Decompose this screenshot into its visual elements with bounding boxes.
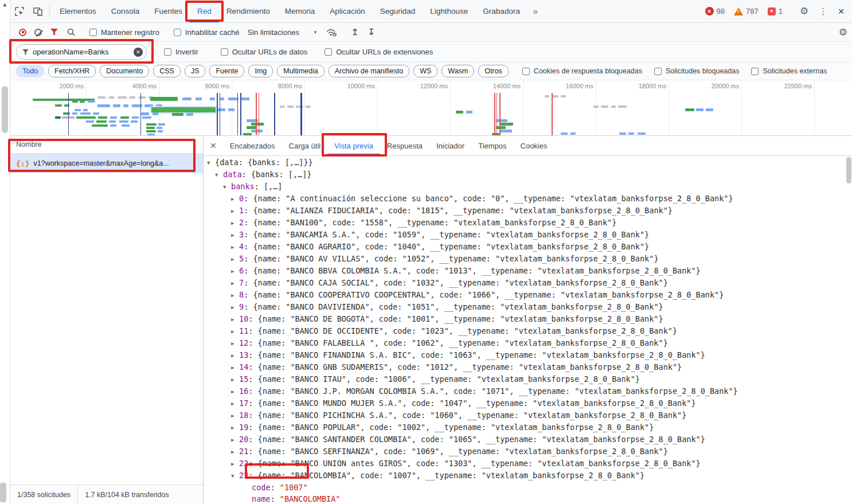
tree-data[interactable]: ▼data: {banks: [,…]} [207, 169, 852, 181]
tab-grabadora[interactable]: Grabadora [475, 0, 527, 22]
expand-arrow-icon[interactable]: ▶ [231, 278, 239, 289]
issues-badge[interactable]: ✕ 1 [764, 7, 786, 15]
chip-js[interactable]: JS [185, 65, 206, 77]
checkbox-cookies-de-respuesta-bloqueadas[interactable]: Cookies de respuesta bloqueadas [518, 67, 646, 75]
tree-bank-18[interactable]: ▶18: {name: "BANCO PICHINCHA S.A.", code… [207, 409, 852, 421]
throttling-select[interactable]: Sin limitaciones ▼ [244, 28, 321, 37]
details-tab-respuesta[interactable]: Respuesta [380, 136, 429, 155]
details-tab-encabezados[interactable]: Encabezados [223, 136, 282, 155]
more-tabs-button[interactable]: » [527, 0, 544, 22]
tree-banks[interactable]: ▼banks: [,…] [207, 181, 852, 193]
tab-consola[interactable]: Consola [104, 0, 147, 22]
invert-checkbox[interactable]: Invertir [159, 48, 203, 56]
expand-arrow-icon[interactable]: ▶ [231, 350, 239, 361]
tree-bank-20[interactable]: ▶20: {name: "BANCO SANTANDER COLOMBIA", … [207, 433, 852, 446]
record-network-log-icon[interactable] [19, 29, 26, 36]
console-errors-badge[interactable]: ✕ 98 [702, 7, 728, 15]
tree-bank-21[interactable]: ▶21: {name: "BANCO SERFINANZA", code: "1… [207, 446, 852, 458]
expand-arrow-icon[interactable]: ▶ [231, 374, 239, 385]
expand-arrow-icon[interactable]: ▶ [231, 386, 239, 397]
chip-todo[interactable]: Todo [16, 65, 44, 77]
tree-root[interactable]: ▼{data: {banks: [,…]}} [207, 157, 852, 169]
tree-bank-8[interactable]: ▶8: {name: "BANCO COOPERATIVO COOPCENTRA… [207, 289, 852, 301]
tree-bank-11[interactable]: ▶11: {name: "BANCO DE OCCIDENTE", code: … [207, 325, 852, 337]
filter-input[interactable]: operationName=Banks ✕ [16, 44, 147, 60]
expand-arrow-icon[interactable]: ▶ [231, 422, 239, 433]
checkbox-solicitudes-externas[interactable]: Solicitudes externas [747, 67, 831, 75]
scrollbar-thumb-bottom[interactable] [0, 483, 6, 502]
expand-arrow-icon[interactable]: ▶ [231, 217, 239, 229]
collapse-arrow-icon[interactable]: ▼ [223, 181, 231, 193]
chip-img[interactable]: Img [248, 65, 273, 77]
tree-bank-6[interactable]: ▶6: {name: "BANCO BBVA COLOMBIA S.A.", c… [207, 265, 852, 277]
import-har-icon[interactable]: ↥ [347, 27, 364, 37]
tab-seguridad[interactable]: Seguridad [373, 0, 423, 22]
collapse-arrow-icon[interactable]: ▼ [207, 157, 215, 169]
tree-bank-3[interactable]: ▶3: {name: "BANCAMIA S.A.", code: "1059"… [207, 229, 852, 241]
chip-archivo-de-manifiesto[interactable]: Archivo de manifiesto [329, 65, 410, 77]
chip-ws[interactable]: WS [413, 65, 437, 77]
export-har-icon[interactable]: ↧ [363, 27, 380, 37]
checkbox-icon[interactable] [221, 48, 228, 56]
network-settings-gear-icon[interactable]: ⚙ [834, 28, 852, 37]
chip-fuente[interactable]: Fuente [209, 65, 244, 77]
chip-documento[interactable]: Documento [100, 65, 149, 77]
preview-json-tree[interactable]: ▼{data: {banks: [,…]}}▼data: {banks: [,…… [204, 156, 852, 504]
kebab-menu-icon[interactable]: ⋮ [815, 7, 831, 15]
tree-bank-4[interactable]: ▶4: {name: "BANCO AGRARIO", code: "1040"… [207, 241, 852, 253]
expand-arrow-icon[interactable]: ▶ [231, 290, 239, 301]
tree-bank-1[interactable]: ▶1: {name: "ALIANZA FIDUCIARIA", code: "… [207, 205, 852, 217]
checkbox-icon[interactable] [174, 29, 181, 36]
settings-gear-icon[interactable]: ⚙ [796, 6, 812, 16]
expand-arrow-icon[interactable]: ▶ [231, 398, 239, 409]
checkbox-icon[interactable] [522, 68, 530, 75]
expand-arrow-icon[interactable]: ▶ [231, 193, 239, 205]
tree-bank-16[interactable]: ▶16: {name: "BANCO J.P. MORGAN COLOMBIA … [207, 385, 852, 397]
filter-toggle-icon[interactable] [50, 29, 58, 36]
chip-fetch-xhr[interactable]: Fetch/XHR [48, 65, 96, 77]
expand-arrow-icon[interactable]: ▶ [231, 446, 239, 458]
disable-cache-checkbox[interactable]: Inhabilitar caché [169, 28, 244, 37]
collapse-arrow-icon[interactable]: ▼ [215, 169, 223, 181]
tree-bank-14[interactable]: ▶14: {name: "BANCO GNB SUDAMERIS", code:… [207, 361, 852, 373]
scroll-up-arrow-icon[interactable]: ▲ [2, 2, 7, 7]
network-overview-timeline[interactable]: 2000 ms4000 ms6000 ms8000 ms10000 ms1200… [10, 80, 852, 136]
expand-arrow-icon[interactable]: ▶ [231, 302, 239, 313]
details-tab-carga-til[interactable]: Carga útil [282, 136, 328, 155]
console-warnings-badge[interactable]: 787 [730, 7, 762, 15]
expand-arrow-icon[interactable]: ▶ [231, 434, 239, 446]
tab-elementos[interactable]: Elementos [52, 0, 104, 22]
details-tab-cookies[interactable]: Cookies [514, 136, 554, 155]
name-column-header[interactable]: Nombre [10, 136, 203, 154]
clear-filter-icon[interactable]: ✕ [134, 48, 143, 57]
checkbox-icon[interactable] [89, 29, 97, 36]
device-toolbar-icon[interactable] [29, 0, 47, 22]
checkbox-icon[interactable] [654, 68, 662, 75]
tree-bank-2[interactable]: ▶2: {name: "BAN100", code: "1558", __typ… [207, 217, 852, 229]
expand-arrow-icon[interactable]: ▶ [231, 253, 239, 265]
tree-bank-9[interactable]: ▶9: {name: "BANCO DAVIVIENDA", code: "10… [207, 301, 852, 313]
collapse-arrow-icon[interactable]: ▼ [231, 470, 239, 482]
tab-fuentes[interactable]: Fuentes [147, 0, 190, 22]
inspect-element-icon[interactable] [10, 0, 29, 22]
tab-red[interactable]: Red [190, 0, 219, 22]
tree-bank-22[interactable]: ▶22: {name: "BANCO UNION antes GIROS", c… [207, 458, 852, 470]
filter-input-value[interactable]: operationName=Banks [33, 48, 130, 56]
chip-css[interactable]: CSS [153, 65, 181, 77]
request-row[interactable]: {:} v1?workspace=master&maxAge=long&a... [10, 154, 203, 173]
expand-arrow-icon[interactable]: ▶ [231, 410, 239, 421]
chip-wasm[interactable]: Wasm [441, 65, 474, 77]
network-conditions-icon[interactable] [321, 28, 342, 37]
tab-rendimiento[interactable]: Rendimiento [219, 0, 278, 22]
hide-extension-urls-checkbox[interactable]: Ocultar URLs de extensiones [320, 48, 437, 56]
expand-arrow-icon[interactable]: ▶ [231, 314, 239, 325]
preserve-log-checkbox[interactable]: Mantener registro [85, 28, 164, 37]
expand-arrow-icon[interactable]: ▶ [231, 362, 239, 373]
page-scrollbar[interactable]: ▲ [0, 0, 10, 504]
tab-memoria[interactable]: Memoria [278, 0, 323, 22]
tree-bank-12[interactable]: ▶12: {name: "BANCO FALABELLA ", code: "1… [207, 337, 852, 349]
hide-data-urls-checkbox[interactable]: Ocultar URLs de datos [216, 48, 312, 56]
expand-arrow-icon[interactable]: ▶ [231, 265, 239, 277]
search-icon[interactable] [67, 28, 75, 36]
tree-bank-10[interactable]: ▶10: {name: "BANCO DE BOGOTA", code: "10… [207, 313, 852, 325]
